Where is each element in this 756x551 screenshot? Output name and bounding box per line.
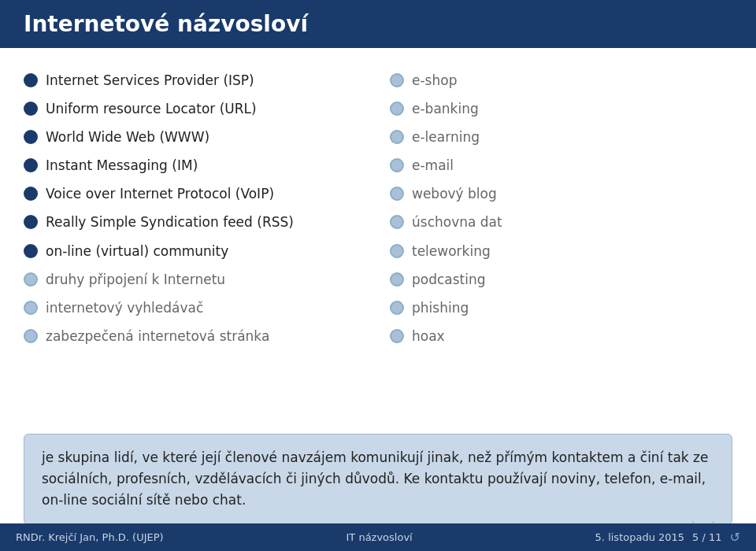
list-item-text: druhy připojení k Internetu <box>46 271 225 288</box>
list-item-text: internetový vyhledávač <box>46 299 203 316</box>
list-item-text: on-line (virtual) community <box>46 242 228 260</box>
list-item-text: e-mail <box>412 157 454 174</box>
list-item-text: podcasting <box>412 271 486 288</box>
footer-author: RNDr. Krejčí Jan, Ph.D. (UJEP) <box>16 531 164 543</box>
bullet-icon <box>24 215 38 229</box>
main-content: Internet Services Provider (ISP)Uniform … <box>0 48 756 434</box>
right-list-item: teleworking <box>390 242 732 260</box>
page-header: Internetové názvosloví <box>0 0 756 48</box>
bullet-icon <box>24 102 38 116</box>
tooltip-text: je skupina lidí, ve které její členové n… <box>42 449 708 508</box>
list-item-text: e-learning <box>412 128 480 146</box>
left-list-item: internetový vyhledávač <box>24 299 366 316</box>
left-list-item: druhy připojení k Internetu <box>24 271 366 288</box>
refresh-icon[interactable]: ↺ <box>730 530 740 545</box>
list-item-text: Voice over Internet Protocol (VoIP) <box>46 185 274 202</box>
bullet-icon <box>390 215 404 229</box>
list-item-text: teleworking <box>412 242 491 260</box>
left-list-item: World Wide Web (WWW) <box>24 128 366 146</box>
left-list-item: zabezpečená internetová stránka <box>24 327 366 345</box>
left-list-item: on-line (virtual) community <box>24 242 366 260</box>
bullet-icon <box>24 329 38 343</box>
list-item-text: Instant Messaging (IM) <box>46 157 198 174</box>
footer-title: IT názvosloví <box>346 531 412 543</box>
list-item-text: Really Simple Syndication feed (RSS) <box>46 213 294 231</box>
bullet-icon <box>390 244 404 258</box>
list-item-text: webový blog <box>412 185 497 202</box>
right-list-item: e-banking <box>390 100 732 117</box>
page-title: Internetové názvosloví <box>24 11 308 37</box>
left-list-item: Voice over Internet Protocol (VoIP) <box>24 185 366 202</box>
right-column: e-shope-bankinge-learninge-mailwebový bl… <box>382 72 732 434</box>
bullet-icon <box>24 73 38 87</box>
bullet-icon <box>390 102 404 116</box>
left-list-item: Uniform resource Locator (URL) <box>24 100 366 117</box>
bullet-icon <box>24 187 38 201</box>
bullet-icon <box>24 130 38 144</box>
bullet-icon <box>24 272 38 287</box>
bullet-icon <box>24 244 38 258</box>
bullet-icon <box>390 187 404 201</box>
list-item-text: e-shop <box>412 72 457 89</box>
list-item-text: Uniform resource Locator (URL) <box>46 100 257 117</box>
bullet-icon <box>390 130 404 144</box>
bullet-icon <box>390 158 404 172</box>
tooltip-box: je skupina lidí, ve které její členové n… <box>24 434 732 525</box>
footer-page: 5 / 11 <box>692 531 721 543</box>
right-list-item: hoax <box>390 327 732 345</box>
list-item-text: Internet Services Provider (ISP) <box>46 72 254 89</box>
right-list-item: e-learning <box>390 128 732 146</box>
bullet-icon <box>390 329 404 343</box>
right-list-item: e-mail <box>390 157 732 174</box>
left-list-item: Really Simple Syndication feed (RSS) <box>24 213 366 231</box>
right-list-item: podcasting <box>390 271 732 288</box>
bullet-icon <box>24 301 38 315</box>
footer-right: 5. listopadu 2015 5 / 11 ↺ <box>595 530 740 545</box>
footer-bar: RNDr. Krejčí Jan, Ph.D. (UJEP) IT názvos… <box>0 523 756 551</box>
left-list-item: Internet Services Provider (ISP) <box>24 72 366 89</box>
list-item-text: World Wide Web (WWW) <box>46 128 209 146</box>
right-list-item: úschovna dat <box>390 213 732 231</box>
left-column: Internet Services Provider (ISP)Uniform … <box>24 72 382 434</box>
bullet-icon <box>390 272 404 287</box>
bullet-icon <box>24 158 38 172</box>
left-list-item: Instant Messaging (IM) <box>24 157 366 174</box>
list-item-text: zabezpečená internetová stránka <box>46 327 269 345</box>
list-item-text: hoax <box>412 327 445 345</box>
list-item-text: e-banking <box>412 100 479 117</box>
bullet-icon <box>390 301 404 315</box>
right-list-item: e-shop <box>390 72 732 89</box>
list-item-text: úschovna dat <box>412 213 502 231</box>
bullet-icon <box>390 73 404 87</box>
list-item-text: phishing <box>412 299 469 316</box>
right-list-item: webový blog <box>390 185 732 202</box>
footer-date: 5. listopadu 2015 <box>595 531 685 543</box>
right-list-item: phishing <box>390 299 732 316</box>
